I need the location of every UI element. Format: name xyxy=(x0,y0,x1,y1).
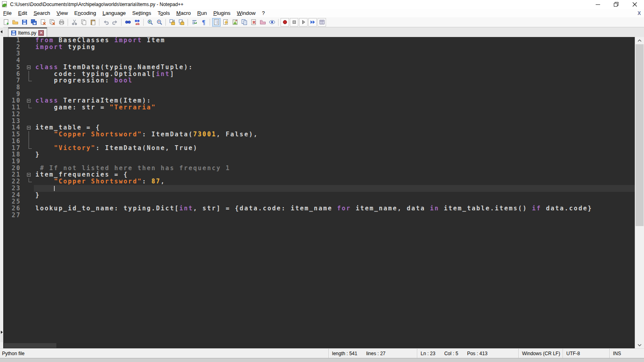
close-button[interactable] xyxy=(39,18,47,27)
copy-button[interactable] xyxy=(79,18,88,27)
fold-corner-line xyxy=(29,182,32,182)
code-text[interactable]: "Victory": ItemData(None, True) xyxy=(34,145,635,152)
scroll-down-icon[interactable] xyxy=(635,341,644,348)
print-button[interactable] xyxy=(57,18,66,27)
close-all-button[interactable] xyxy=(48,18,56,27)
vertical-scrollbar[interactable] xyxy=(635,37,644,348)
document-list-button[interactable] xyxy=(240,18,248,27)
code-text[interactable] xyxy=(34,50,635,57)
line-number: 17 xyxy=(3,145,24,152)
menu-item-run[interactable]: Run xyxy=(194,9,210,17)
code-text[interactable] xyxy=(34,158,635,165)
sync-horizontal-scrolling-button[interactable] xyxy=(177,18,186,27)
code-text[interactable] xyxy=(34,138,635,145)
menu-item-[interactable]: ? xyxy=(259,9,268,17)
save-button[interactable] xyxy=(20,18,29,27)
menu-item-window[interactable]: Window xyxy=(234,9,259,17)
menu-item-file[interactable]: File xyxy=(0,9,15,17)
menu-item-view[interactable]: View xyxy=(54,9,71,17)
close-button[interactable] xyxy=(625,0,644,9)
fold-collapse-icon[interactable] xyxy=(27,99,31,103)
token-d: : ItemData(None, True) xyxy=(96,144,198,152)
menu-item-encoding[interactable]: Encoding xyxy=(71,9,99,17)
menu-item-search[interactable]: Search xyxy=(30,9,53,17)
code-text[interactable]: item_table = { xyxy=(34,124,635,131)
macro-run-multiple-button[interactable] xyxy=(308,18,317,27)
fold-collapse-icon[interactable] xyxy=(27,173,31,177)
code-text[interactable]: progression: bool xyxy=(34,77,635,84)
code-text[interactable] xyxy=(34,111,635,118)
code-text[interactable]: lookup_id_to_name: typing.Dict[int, str]… xyxy=(34,205,635,212)
code-text[interactable]: "Copper Shortsword": 87, xyxy=(34,178,635,185)
editor[interactable]: 1from BaseClasses import Item2import typ… xyxy=(3,37,635,343)
tab-close-icon[interactable]: ✕ xyxy=(38,30,44,36)
show-indent-guide-button[interactable] xyxy=(212,18,221,27)
status-typing-mode: INS xyxy=(609,349,644,358)
code-text[interactable] xyxy=(34,91,635,98)
menu-item-plugins[interactable]: Plugins xyxy=(210,9,234,17)
macro-stop-button[interactable] xyxy=(290,18,298,27)
fold-margin xyxy=(24,198,34,205)
find-button[interactable] xyxy=(124,18,132,27)
fold-collapse-icon[interactable] xyxy=(27,126,31,130)
zoom-out-button[interactable] xyxy=(155,18,163,27)
code-text[interactable] xyxy=(34,198,635,205)
menu-item-language[interactable]: Language xyxy=(99,9,129,17)
code-text[interactable]: code: typing.Optional[int] xyxy=(34,71,635,78)
macro-play-button[interactable] xyxy=(299,18,308,27)
code-text[interactable]: class TerrariaItem(Item): xyxy=(34,97,635,104)
status-length-lines: length : 541 lines : 27 xyxy=(328,349,417,358)
monitoring-button[interactable] xyxy=(268,18,276,27)
code-text[interactable]: } xyxy=(34,151,635,158)
word-wrap-button[interactable] xyxy=(190,18,198,27)
show-all-characters-button[interactable]: ¶ xyxy=(199,18,208,27)
vertical-scrollbar-thumb[interactable] xyxy=(636,44,644,226)
scroll-up-icon[interactable] xyxy=(635,37,644,44)
macro-save-button[interactable] xyxy=(318,18,326,27)
minimize-button[interactable] xyxy=(588,0,607,9)
redo-icon xyxy=(112,19,118,25)
menubar-close-document-icon[interactable]: X xyxy=(638,10,641,16)
open-file-button[interactable] xyxy=(11,18,19,27)
user-defined-language-button[interactable]: R xyxy=(249,18,258,27)
code-text[interactable] xyxy=(34,57,635,64)
function-list-button[interactable] xyxy=(221,18,230,27)
code-text[interactable]: from BaseClasses import Item xyxy=(34,37,635,44)
code-text[interactable]: game: str = "Terraria" xyxy=(34,104,635,111)
tab-scroll-left-icon[interactable] xyxy=(0,30,2,33)
new-file-button[interactable] xyxy=(2,18,10,27)
redo-button[interactable] xyxy=(111,18,119,27)
macro-record-button[interactable] xyxy=(281,18,289,27)
zoom-in-button[interactable] xyxy=(146,18,154,27)
replace-button[interactable]: ab xyxy=(133,18,141,27)
paste-button[interactable] xyxy=(89,18,97,27)
cut-button[interactable] xyxy=(70,18,78,27)
menu-item-edit[interactable]: Edit xyxy=(15,9,30,17)
menu-item-tools[interactable]: Tools xyxy=(155,9,173,17)
code-text[interactable]: # If not listed here then has frequency … xyxy=(34,165,635,172)
code-text[interactable]: import typing xyxy=(34,44,635,51)
code-text[interactable] xyxy=(34,118,635,125)
scroll-right-icon[interactable] xyxy=(1,331,3,334)
undo-button[interactable] xyxy=(101,18,110,27)
code-text[interactable]: item_frequencies = { xyxy=(34,171,635,178)
code-text[interactable]: } xyxy=(34,192,635,199)
restore-button[interactable] xyxy=(607,0,625,9)
sync-vertical-scrolling-button[interactable] xyxy=(168,18,176,27)
horizontal-scrollbar-thumb[interactable] xyxy=(4,343,56,348)
document-map-button[interactable] xyxy=(231,18,239,27)
menu-item-settings[interactable]: Settings xyxy=(129,9,155,17)
svg-text:ab: ab xyxy=(135,22,140,26)
code-text[interactable] xyxy=(34,185,635,192)
fold-collapse-icon[interactable] xyxy=(27,66,31,69)
line-number: 9 xyxy=(3,91,24,98)
menu-item-macro[interactable]: Macro xyxy=(173,9,194,17)
code-text[interactable] xyxy=(34,84,635,91)
folder-as-workspace-button[interactable] xyxy=(258,18,267,27)
code-text[interactable]: "Copper Shortsword": ItemData(73001, Fal… xyxy=(34,131,635,138)
code-text[interactable]: class ItemData(typing.NamedTuple): xyxy=(34,64,635,71)
code-text[interactable] xyxy=(34,212,635,219)
save-all-button[interactable] xyxy=(29,18,38,27)
horizontal-scrollbar[interactable] xyxy=(3,343,635,348)
tab-items-py[interactable]: Items.py ✕ xyxy=(8,27,47,37)
